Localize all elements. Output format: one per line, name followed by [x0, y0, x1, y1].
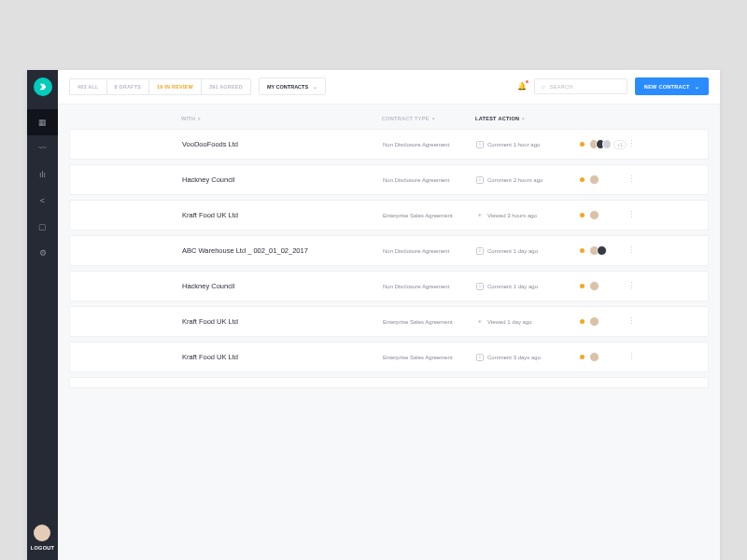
status-dot	[580, 284, 585, 288]
notifications-icon[interactable]: 🔔	[517, 82, 527, 91]
search-icon: ⌕	[542, 83, 545, 90]
latest-action: ≡Comment 3 days ago	[476, 354, 574, 361]
tab-agreed[interactable]: 391 AGREED	[202, 79, 250, 94]
contract-name: Hackney Council	[182, 282, 383, 290]
doc-icon: ▢	[38, 222, 47, 231]
header-with[interactable]: WITH▾	[181, 116, 382, 121]
row-menu[interactable]: ⋮	[627, 175, 636, 184]
avatars	[589, 316, 627, 327]
status	[574, 142, 589, 147]
pulse-icon: 〰	[38, 144, 47, 153]
header-action[interactable]: LATEST ACTION▾	[475, 116, 699, 121]
tab-all[interactable]: 403 ALL	[70, 79, 107, 94]
comment-icon: ≡	[476, 354, 484, 361]
contract-type: Enterprise Sales Agreement	[383, 319, 476, 325]
dropdown-label: MY CONTRACTS	[267, 84, 308, 90]
row-menu[interactable]: ⋮	[627, 317, 636, 326]
nav-activity[interactable]: 〰	[27, 135, 58, 161]
table-row[interactable]: Kraft Food UK LtdEnterprise Sales Agreem…	[69, 306, 709, 337]
table-row[interactable]	[69, 377, 709, 388]
status	[574, 177, 589, 182]
avatar[interactable]	[34, 525, 50, 541]
row-menu[interactable]: ⋮	[627, 246, 636, 255]
row-menu[interactable]: ⋮	[627, 353, 636, 361]
contract-type: Non Disclosure Agreement	[383, 284, 476, 289]
main: 403 ALL 8 DRAFTS 19 IN REVIEW 391 AGREED…	[58, 70, 720, 560]
sidebar-bottom: LOGOUT	[31, 525, 54, 551]
grid-icon: ▦	[38, 118, 47, 127]
contract-name: VooDooFoods Ltd	[182, 140, 383, 148]
my-contracts-dropdown[interactable]: MY CONTRACTS ⌄	[259, 77, 326, 95]
collaborator-avatar	[589, 281, 599, 291]
table-row[interactable]: ABC Warehouse Ltd _ 002_01_02_2017Non Di…	[69, 235, 709, 266]
share-icon: <	[40, 196, 45, 205]
latest-action: 👁Viewed 3 hours ago	[476, 212, 574, 219]
new-contract-button[interactable]: NEW CONTRACT ⌄	[635, 77, 709, 95]
filter-tabs: 403 ALL 8 DRAFTS 19 IN REVIEW 391 AGREED	[69, 78, 251, 95]
nav-settings[interactable]: ⚙	[27, 240, 58, 266]
status-dot	[580, 319, 585, 324]
app-window: ▦ 〰 ılı < ▢ ⚙ LOGOUT 403 ALL 8 DRAFTS 19…	[27, 70, 720, 560]
contract-type: Non Disclosure Agreement	[383, 248, 476, 254]
nav-docs[interactable]: ▢	[27, 214, 58, 240]
new-contract-label: NEW CONTRACT	[644, 84, 690, 90]
avatars	[589, 245, 627, 256]
status	[574, 213, 589, 217]
avatars	[589, 352, 627, 362]
content: WITH▾ CONTRACT TYPE▾ LATEST ACTION▾ VooD…	[58, 105, 720, 560]
comment-icon: ≡	[476, 141, 484, 148]
contract-type: Non Disclosure Agreement	[383, 142, 476, 147]
tab-drafts[interactable]: 8 DRAFTS	[107, 79, 150, 94]
collaborator-avatar	[589, 175, 599, 185]
table-row[interactable]: Hackney CouncilNon Disclosure Agreement≡…	[69, 271, 709, 301]
status-dot	[580, 355, 585, 359]
table-row[interactable]: Hackney CouncilNon Disclosure Agreement≡…	[69, 164, 709, 195]
nav-share[interactable]: <	[27, 188, 58, 214]
contract-type: Enterprise Sales Agreement	[383, 355, 476, 360]
comment-icon: ≡	[476, 283, 484, 290]
search-input[interactable]	[550, 84, 620, 90]
status	[574, 284, 589, 288]
chevron-down-icon: ⌄	[313, 83, 317, 90]
nav-grid[interactable]: ▦	[27, 109, 58, 135]
latest-action: ≡Comment 1 day ago	[476, 283, 574, 290]
status	[574, 355, 589, 359]
status-dot	[580, 142, 585, 147]
eye-icon: 👁	[476, 212, 484, 219]
row-menu[interactable]: ⋮	[627, 211, 636, 219]
gear-icon: ⚙	[39, 248, 47, 258]
row-menu[interactable]: ⋮	[627, 282, 636, 290]
more-avatars[interactable]: +1	[613, 140, 627, 149]
latest-action: ≡Comment 1 hour ago	[476, 141, 574, 148]
contract-list: VooDooFoods LtdNon Disclosure Agreement≡…	[69, 129, 709, 388]
logout-button[interactable]: LOGOUT	[31, 545, 54, 551]
contract-name: Kraft Food UK Ltd	[182, 211, 383, 219]
logo[interactable]	[34, 77, 52, 96]
sidebar: ▦ 〰 ılı < ▢ ⚙ LOGOUT	[27, 70, 58, 560]
tab-in-review[interactable]: 19 IN REVIEW	[149, 79, 202, 94]
latest-action: 👁Viewed 1 day ago	[476, 318, 574, 326]
latest-action: ≡Comment 2 hours ago	[476, 176, 574, 184]
collaborator-avatar	[589, 352, 599, 362]
chevron-down-icon: ⌄	[695, 83, 699, 90]
contract-name: Kraft Food UK Ltd	[182, 353, 383, 361]
header-type[interactable]: CONTRACT TYPE▾	[382, 116, 475, 121]
contract-name: ABC Warehouse Ltd _ 002_01_02_2017	[182, 246, 383, 255]
collaborator-avatar	[602, 139, 612, 149]
nav-reports[interactable]: ılı	[27, 161, 58, 188]
collaborator-avatar	[589, 316, 599, 327]
contract-name: Hackney Council	[182, 175, 383, 184]
sort-icon: ▾	[432, 116, 435, 121]
avatars: +1	[589, 139, 627, 149]
sort-icon: ▾	[198, 116, 201, 121]
avatars	[589, 175, 627, 185]
row-menu[interactable]: ⋮	[627, 140, 636, 148]
collaborator-avatar	[589, 210, 599, 220]
table-row[interactable]: Kraft Food UK LtdEnterprise Sales Agreem…	[69, 200, 709, 231]
latest-action: ≡Comment 1 day ago	[476, 247, 574, 255]
search-box[interactable]: ⌕	[534, 78, 627, 94]
status-dot	[580, 177, 585, 182]
table-row[interactable]: VooDooFoods LtdNon Disclosure Agreement≡…	[69, 129, 709, 160]
table-row[interactable]: Kraft Food UK LtdEnterprise Sales Agreem…	[69, 342, 709, 372]
collaborator-avatar	[597, 245, 607, 256]
